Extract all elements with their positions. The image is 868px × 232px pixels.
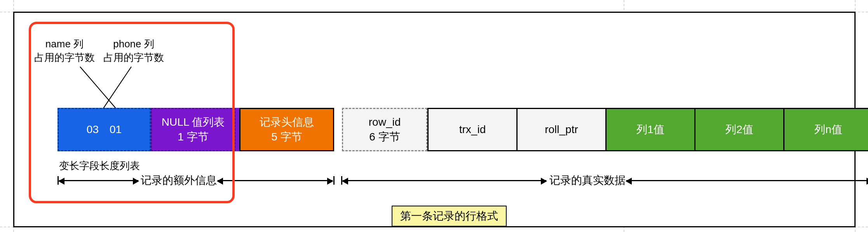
- cell-text: 列n值: [814, 122, 842, 137]
- range-arrow-extra-right: [218, 180, 333, 181]
- caption-text: 第一条记录的行格式: [400, 210, 498, 222]
- cell-text: 列2值: [725, 122, 753, 137]
- cell-text: trx_id: [459, 122, 486, 137]
- cell-col2: 列2值: [694, 108, 784, 151]
- range-arrow-real-left: [343, 180, 546, 181]
- range-label-real: 记录的真实数据: [549, 173, 626, 188]
- cell-text: row_id: [369, 115, 401, 130]
- cell-text: 记录头信息: [260, 115, 314, 130]
- cell-coln: 列n值: [783, 108, 868, 151]
- cell-trx-id: trx_id: [427, 108, 518, 151]
- cell-text: 5 字节: [271, 130, 302, 144]
- cell-roll-ptr: roll_ptr: [516, 108, 607, 151]
- cell-text: roll_ptr: [545, 122, 578, 137]
- cell-text: 列1值: [636, 122, 664, 137]
- cell-row-id: row_id 6 字节: [342, 108, 427, 151]
- highlight-box: [29, 22, 235, 203]
- cell-text: 6 字节: [369, 130, 400, 144]
- cell-record-header: 记录头信息 5 字节: [239, 108, 334, 151]
- tick: [333, 176, 335, 185]
- range-arrow-real-right: [626, 180, 868, 181]
- caption-box: 第一条记录的行格式: [392, 206, 507, 227]
- cell-col1: 列1值: [605, 108, 695, 151]
- diagram-canvas: name 列 占用的字节数 phone 列 占用的字节数 03 01 NULL …: [0, 0, 868, 232]
